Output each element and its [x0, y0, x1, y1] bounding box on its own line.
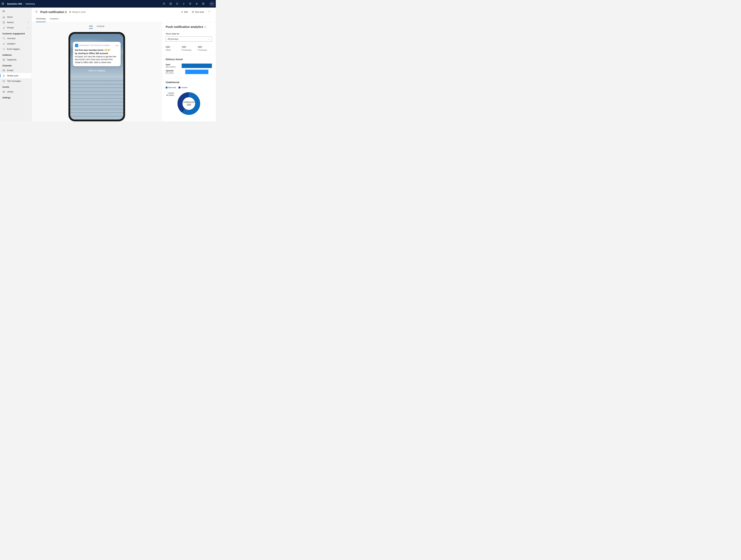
legend-unsent: Unsent	[179, 86, 187, 89]
show-data-for-label: Show data for	[166, 32, 212, 35]
info-icon[interactable]: i	[204, 26, 206, 28]
sidebar-item-label: Home	[7, 16, 13, 18]
svg-point-2	[170, 3, 172, 5]
pin-icon	[2, 26, 5, 29]
sidebar-item-text-messages[interactable]: Text messages	[0, 78, 31, 84]
more-menu-icon[interactable]	[207, 10, 212, 14]
sidebar-item-recent[interactable]: Recent	[0, 20, 31, 25]
kpi-inflow: 500 Inflow	[166, 46, 180, 51]
svg-point-27	[209, 12, 209, 12]
sidebar-item-label: Emails	[7, 69, 13, 72]
delivery-funnel-heading: Delivery funnel	[166, 58, 212, 61]
device-tabs: iOS Android	[89, 25, 104, 29]
kpi-processed: 300 Processed	[196, 46, 212, 51]
preview-area: iOS Android UNIVERSITY OF SOUTH FLORIDA …	[32, 22, 162, 121]
chevron-down-icon	[27, 21, 29, 24]
sidebar-item-mobile-push[interactable]: Mobile push	[0, 73, 31, 78]
notification-body: Hi David, on't miss the chance to get th…	[75, 55, 119, 64]
sidebar-item-label: Mobile push	[7, 74, 18, 77]
sidebar-item-label: Recent	[7, 21, 14, 23]
mobile-icon	[2, 74, 5, 77]
main-content: Push notification 1 Ready to send Edit T…	[32, 8, 216, 121]
tab-summary[interactable]: Summary	[36, 16, 46, 22]
topbar: Dynamics 365 Marketing MT	[0, 0, 216, 8]
sidebar-item-label: Analytics	[7, 43, 15, 45]
notification-time: now	[115, 45, 118, 47]
clock-icon	[2, 21, 5, 24]
sidebar-item-event-triggers[interactable]: Event triggers	[0, 46, 31, 52]
phone-preview: UNIVERSITY OF SOUTH FLORIDA now Get free…	[68, 32, 125, 121]
tab-analytics[interactable]: Analytics	[50, 16, 59, 22]
kpi-processing: 200 Processing	[180, 46, 196, 51]
notification-card: UNIVERSITY OF SOUTH FLORIDA now Get free…	[73, 42, 121, 66]
svg-point-28	[210, 12, 210, 12]
hamburger-icon[interactable]	[0, 9, 31, 14]
notification-app-name: UNIVERSITY OF SOUTH FLORIDA	[79, 45, 110, 47]
email-icon	[2, 69, 5, 72]
svg-point-0	[163, 3, 164, 4]
journeys-icon	[2, 37, 5, 40]
gear-icon[interactable]	[195, 3, 198, 5]
nav-section-assets: Assets	[0, 84, 31, 89]
chevron-down-icon	[27, 26, 29, 29]
sidebar-item-label: Event triggers	[7, 48, 20, 50]
task-check-icon[interactable]	[169, 3, 172, 5]
svg-line-1	[164, 4, 165, 5]
sidebar-item-analytics[interactable]: Analytics	[0, 41, 31, 46]
sidebar: Home Recent Pinned Customer engagement J…	[0, 8, 32, 121]
notification-title-line1: Get free taco tuesday lunch ! 🌮🌮	[75, 49, 119, 52]
device-tab-ios[interactable]: iOS	[89, 25, 93, 29]
plus-icon[interactable]	[182, 3, 185, 5]
funnel-bar-sent	[182, 64, 212, 68]
page-title: Push notification 1	[40, 10, 67, 14]
undelivered-donut: Unsent 40 (40%) Undelivered 100	[166, 91, 212, 116]
nav-section-channels: Channels	[0, 62, 31, 68]
svg-point-26	[208, 12, 208, 12]
dropdown-value: All journeys	[167, 38, 178, 40]
search-icon[interactable]	[163, 3, 165, 5]
analytics-title: Push notification analytics i	[166, 25, 212, 28]
sidebar-item-pinned[interactable]: Pinned	[0, 25, 31, 30]
collapse-button[interactable]: Click to collapse	[70, 69, 123, 72]
status-dot	[69, 11, 71, 13]
sidebar-item-emails[interactable]: Emails	[0, 68, 31, 73]
back-button[interactable]	[34, 9, 39, 15]
sidebar-item-label: Segments	[7, 59, 16, 61]
svg-point-12	[4, 39, 5, 39]
sidebar-item-label: Library	[7, 90, 13, 93]
svg-rect-21	[3, 80, 5, 82]
undelivered-legend: Bounced Unsent	[166, 86, 212, 89]
avatar[interactable]: MT	[210, 2, 214, 6]
sidebar-item-journeys[interactable]: Journeys	[0, 36, 31, 41]
app-icon	[75, 44, 78, 47]
sidebar-item-home[interactable]: Home	[0, 14, 31, 20]
test-send-button[interactable]: Test send	[190, 10, 205, 14]
nav-section-settings: Settings	[0, 94, 31, 100]
brand: Dynamics 365	[7, 3, 22, 5]
page-header: Push notification 1 Ready to send Edit T…	[32, 8, 216, 16]
lightbulb-icon[interactable]	[176, 3, 179, 5]
sidebar-item-segments[interactable]: Segments	[0, 57, 31, 62]
journey-filter-dropdown[interactable]: All journeys	[166, 37, 212, 42]
status-text: Ready to send	[72, 11, 85, 13]
nav-section-audience: Audience	[0, 52, 31, 57]
device-tab-android[interactable]: Android	[96, 25, 104, 29]
sidebar-item-library[interactable]: Library	[0, 89, 31, 94]
analytics-panel: Push notification analytics i Show data …	[162, 22, 216, 121]
funnel-row-sent: Sent 300 (100%)	[166, 63, 212, 68]
svg-point-11	[3, 38, 3, 38]
notification-title-line2: by moving to Office 365 account	[75, 52, 119, 55]
svg-line-25	[4, 91, 5, 92]
svg-rect-18	[3, 70, 5, 71]
funnel-bar-opened	[185, 70, 208, 74]
sidebar-item-label: Text messages	[7, 80, 21, 82]
donut-center: Undelivered 100	[183, 101, 194, 107]
help-icon[interactable]	[202, 3, 205, 5]
nav-section-customer-engagement: Customer engagement	[0, 30, 31, 36]
edit-button[interactable]: Edit	[180, 10, 189, 14]
filter-icon[interactable]	[189, 3, 192, 5]
legend-bounced: Bounced	[166, 86, 176, 89]
home-icon	[2, 16, 5, 18]
app-launcher-icon[interactable]	[2, 3, 4, 5]
text-message-icon	[2, 80, 5, 82]
